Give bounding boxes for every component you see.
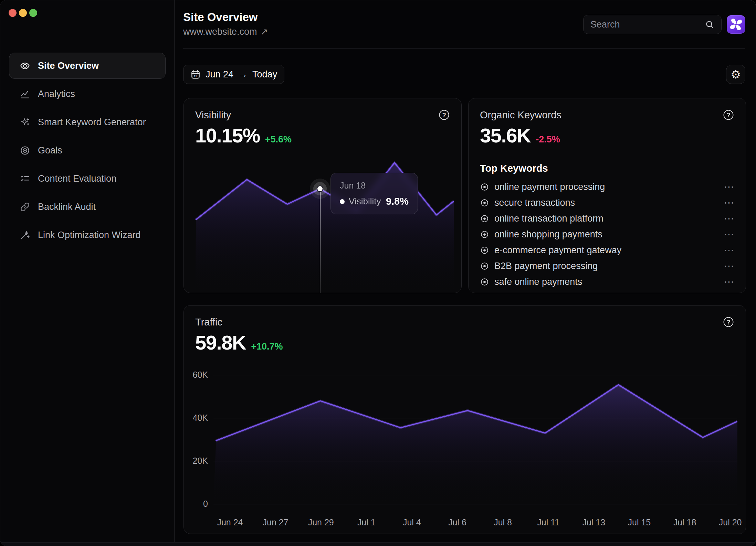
keyword-more-button[interactable]: ⋯ (724, 245, 735, 255)
x-axis-label: Jul 8 (494, 517, 512, 527)
svg-text:12: 12 (194, 74, 197, 78)
minimize-window-button[interactable] (19, 9, 27, 17)
app-logo-button[interactable] (727, 15, 745, 34)
checklist-icon (20, 173, 30, 184)
help-icon: ? (438, 109, 450, 121)
tooltip-value: 9.8% (386, 196, 409, 207)
keyword-more-button[interactable]: ⋯ (724, 214, 735, 224)
keyword-row: B2B payment processing⋯ (480, 258, 735, 274)
traffic-card: Traffic ? 59.8K +10.7% (183, 305, 746, 534)
hover-crosshair-line (320, 189, 321, 293)
sidebar-item-label: Link Optimization Wizard (38, 230, 141, 240)
gear-icon: ⚙ (731, 69, 741, 80)
sidebar-item-label: Backlink Audit (38, 202, 96, 212)
traffic-card-title: Traffic (195, 317, 222, 328)
x-axis-label: Jul 4 (403, 517, 421, 527)
top-keywords-list: online payment processing⋯secure transac… (480, 179, 735, 290)
x-axis-label: Jul 18 (673, 517, 696, 527)
eye-icon (20, 61, 30, 71)
y-axis-label: 0 (184, 499, 208, 509)
arrow-right-icon: → (238, 69, 248, 80)
keyword-label: B2B payment processing (494, 261, 598, 271)
sidebar: Site OverviewAnalyticsSmart Keyword Gene… (0, 0, 175, 546)
y-axis-label: 60K (184, 370, 208, 380)
header-actions: Search (583, 15, 745, 34)
y-axis-label: 40K (184, 413, 208, 423)
traffic-y-axis: 60K40K20K0 (184, 372, 208, 504)
svg-text:?: ? (726, 319, 731, 326)
line-chart-icon (20, 89, 30, 99)
site-url-link[interactable]: www.website.com ↗ (183, 26, 268, 37)
sidebar-item-label: Content Evaluation (38, 173, 116, 184)
organic-keywords-card: Organic Keywords ? 35.6K -2.5% Top Keywo… (468, 98, 746, 293)
visibility-value: 10.15% (195, 124, 260, 147)
keyword-bullet-icon (480, 261, 489, 271)
search-input[interactable]: Search (583, 15, 722, 34)
keyword-row: online transaction platform⋯ (480, 211, 735, 226)
traffic-chart[interactable] (213, 372, 737, 504)
keyword-label: online shopping payments (494, 229, 602, 240)
page-header: Site Overview www.website.com ↗ Search (183, 0, 745, 49)
app-window: Site OverviewAnalyticsSmart Keyword Gene… (0, 0, 756, 546)
zoom-window-button[interactable] (29, 9, 37, 17)
chart-tooltip: Jun 18 Visibility 9.8% (330, 173, 418, 214)
close-window-button[interactable] (9, 9, 17, 17)
tooltip-series-label: Visibility (349, 196, 381, 207)
keyword-row: safe online payments⋯ (480, 274, 735, 290)
x-axis-label: Jul 1 (357, 517, 376, 527)
x-axis-label: Jul 6 (448, 517, 466, 527)
visibility-help-button[interactable]: ? (438, 109, 450, 121)
x-axis-label: Jun 24 (217, 517, 243, 527)
help-icon: ? (722, 109, 735, 121)
keyword-more-button[interactable]: ⋯ (724, 182, 735, 192)
toolbar: 12 Jun 24 → Today ⚙ (183, 65, 745, 84)
keyword-label: online transaction platform (494, 213, 603, 224)
keyword-more-button[interactable]: ⋯ (724, 229, 735, 239)
main-content: Site Overview www.website.com ↗ Search (174, 0, 756, 546)
tooltip-series-dot (340, 199, 345, 204)
sidebar-item-goals[interactable]: Goals (9, 137, 166, 163)
help-icon: ? (722, 316, 735, 328)
visibility-delta: +5.6% (265, 134, 292, 145)
keyword-more-button[interactable]: ⋯ (724, 198, 735, 208)
sidebar-item-site-overview[interactable]: Site Overview (9, 53, 166, 79)
sidebar-item-analytics[interactable]: Analytics (9, 81, 166, 107)
traffic-help-button[interactable]: ? (722, 316, 735, 328)
search-placeholder: Search (590, 19, 705, 30)
keyword-bullet-icon (480, 246, 489, 255)
date-range-start: Jun 24 (206, 69, 233, 80)
target-icon (20, 145, 30, 156)
sidebar-item-smart-keyword-generator[interactable]: Smart Keyword Generator (9, 109, 166, 135)
x-axis-label: Jul 11 (537, 517, 559, 527)
keyword-row: online shopping payments⋯ (480, 226, 735, 242)
organic-keywords-help-button[interactable]: ? (722, 109, 735, 121)
link-icon (20, 202, 30, 212)
keyword-label: secure transactions (494, 197, 575, 208)
traffic-x-axis: Jun 24Jun 27Jun 29Jul 1Jul 4Jul 6Jul 8Ju… (213, 517, 737, 529)
keyword-more-button[interactable]: ⋯ (724, 277, 735, 287)
organic-keywords-delta: -2.5% (536, 134, 560, 145)
site-url-text: www.website.com (183, 26, 257, 37)
keyword-bullet-icon (480, 198, 489, 207)
date-range-picker[interactable]: 12 Jun 24 → Today (183, 65, 284, 84)
sparkles-icon (20, 117, 30, 128)
sidebar-item-backlink-audit[interactable]: Backlink Audit (9, 194, 166, 220)
keyword-bullet-icon (480, 230, 489, 239)
x-axis-label: Jun 27 (263, 517, 288, 527)
sidebar-item-label: Site Overview (38, 61, 99, 71)
sidebar-item-content-evaluation[interactable]: Content Evaluation (9, 165, 166, 192)
sidebar-nav: Site OverviewAnalyticsSmart Keyword Gene… (9, 53, 166, 250)
keyword-more-button[interactable]: ⋯ (724, 261, 735, 271)
sidebar-item-link-optimization-wizard[interactable]: Link Optimization Wizard (9, 222, 166, 248)
keyword-row: e-commerce payment gateway⋯ (480, 242, 735, 258)
pinwheel-logo-icon (730, 18, 742, 31)
organic-keywords-value: 35.6K (480, 124, 531, 147)
svg-text:?: ? (726, 111, 731, 119)
calendar-icon: 12 (190, 69, 201, 79)
settings-button[interactable]: ⚙ (726, 65, 745, 84)
keyword-row: secure transactions⋯ (480, 195, 735, 211)
organic-keywords-card-title: Organic Keywords (480, 109, 561, 121)
keyword-label: e-commerce payment gateway (494, 245, 621, 256)
search-icon (705, 20, 714, 29)
x-axis-label: Jun 29 (308, 517, 334, 527)
